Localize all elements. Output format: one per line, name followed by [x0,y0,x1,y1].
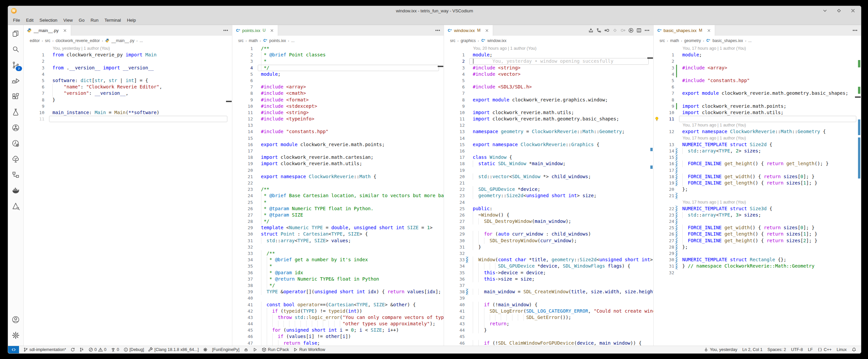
code-line[interactable]: 10import clockwork_reverie.math.utils; [444,109,653,116]
code-line[interactable]: 14 [444,135,653,141]
status-problems[interactable]: 00 [89,347,106,352]
line-number[interactable]: 39 [232,289,253,295]
activity-item-git-graph[interactable] [10,123,21,133]
line-number[interactable]: 15 [232,135,253,141]
status-run-cpack[interactable]: Run CPack [262,347,289,352]
line-number[interactable]: 8 [444,97,465,103]
code-line[interactable]: 5 [444,77,653,84]
line-number[interactable]: 16 [444,148,465,154]
line-number[interactable]: 31 [232,237,253,244]
line-number[interactable]: 4 [232,65,253,71]
line-number[interactable]: 34 [444,263,465,269]
code-line[interactable]: 43 return; [444,321,653,327]
code-line[interactable]: 8#include <cmath> [232,90,444,96]
code-line[interactable]: 28}; [654,244,861,250]
code-line[interactable]: 5#include "constants.hpp" [654,77,861,84]
code-line[interactable]: 18import clockwork_reverie.math.cartesia… [232,154,444,161]
code-line[interactable]: 18 static SDL_Window *main_window; [444,161,653,167]
line-number[interactable]: 1 [444,52,465,58]
line-number[interactable]: 14 [232,128,253,135]
code-line[interactable]: 9 [24,103,232,109]
code-line[interactable]: 9import clockwork_reverie.math.points; [654,103,861,109]
status-cmake-kit[interactable]: [Clang 18.1.8 x86_64...] [148,347,199,352]
code-line[interactable]: 13namespace geometry = ClockworkReverie:… [444,128,653,135]
line-number[interactable]: 12 [232,116,253,122]
line-number[interactable]: 32 [654,269,674,276]
code-line[interactable]: 5module; [232,71,444,77]
code-line[interactable]: 31 } [444,244,653,250]
code-line[interactable]: 1from clockwork_reverie_py import Main [24,52,232,58]
code-line[interactable]: 35 this->device = device; [444,269,653,276]
code-line[interactable]: 6 [654,84,861,90]
code-line[interactable]: 43 throw std::logic_error("You can only … [232,314,444,321]
code-line[interactable]: 44 "other types use approximately"); [232,321,444,327]
code-line[interactable]: 22 [232,180,444,186]
code-line[interactable]: 20}; [654,186,861,193]
breadcrumb-item[interactable]: src [238,38,244,43]
status-debug-config[interactable]: [Debug] [124,347,144,352]
code-line[interactable]: 11 [654,116,861,122]
more-actions-icon[interactable] [223,28,229,33]
line-number[interactable]: 26 [654,231,674,237]
code-line[interactable]: 18 FORCE_INLINE get_width() { return siz… [654,173,861,180]
code-line[interactable]: 24 * @brief Base Cartesian location, sim… [232,193,444,199]
line-number[interactable]: 13 [232,122,253,128]
code-line[interactable]: 28 */ [232,218,444,225]
code-line[interactable]: 1module; [654,52,861,58]
line-number[interactable]: 23 [232,186,253,193]
code-line[interactable]: 10main_instance: Main = Main(**software) [24,109,232,116]
breadcrumb-item[interactable]: basic_shapes.ixx [712,38,743,43]
lightbulb-icon[interactable] [654,117,659,122]
line-number[interactable]: 25 [654,225,674,231]
code-line[interactable]: 16 FORCE_INLINE get_height() { return ge… [654,161,861,167]
line-number[interactable]: 41 [232,302,253,308]
activity-item-gitlens[interactable] [10,138,21,149]
line-number[interactable]: 22 [232,180,253,186]
code-line[interactable]: 42 SDL_GetError()); [444,314,653,321]
code-line[interactable]: 16export module clockwork_reverie.math.p… [232,141,444,148]
code-line[interactable]: 14 std::array<TYPE, 2> sizes; [654,148,861,154]
code-line[interactable]: 25public: [444,205,653,212]
breadcrumb-item[interactable]: ... [140,38,143,43]
line-number[interactable]: 21 [232,173,253,180]
code-line[interactable]: 13 [232,122,444,128]
line-number[interactable]: 31 [444,244,465,250]
line-number[interactable]: 13 [444,128,465,135]
code-line[interactable]: 11#include <string> [232,109,444,116]
line-number[interactable]: 29 [654,250,674,257]
line-number[interactable]: 13 [654,141,674,148]
code-line[interactable]: 20 [232,167,444,173]
activity-item-hierarchy[interactable] [10,169,21,180]
line-number[interactable]: 6 [24,84,44,90]
code-line[interactable]: 38 */ [232,282,444,289]
line-number[interactable]: 28 [654,244,674,250]
line-number[interactable]: 24 [232,193,253,199]
code-line[interactable]: 23 std::array<TYPE, 3> sizes; [654,212,861,218]
code-line[interactable]: 2 [654,58,861,64]
open-changes-icon[interactable] [596,28,602,33]
activity-item-testing[interactable] [10,107,21,118]
line-number[interactable]: 41 [444,308,465,314]
stage-changes-icon[interactable] [588,28,594,33]
code-line[interactable]: 12 [444,122,653,128]
run-file-icon[interactable] [628,28,634,33]
code-line[interactable]: 24 [444,199,653,205]
status-platform[interactable]: Linux [837,347,847,352]
line-number[interactable]: 36 [444,276,465,282]
code-line[interactable]: 41 const bool operator==(Cartesian<TYPE,… [232,302,444,308]
code-line[interactable]: 3from .__version__ import __version__ [24,65,232,71]
code-line[interactable]: 44 } [444,327,653,333]
line-number[interactable]: 30 [444,237,465,244]
code-line[interactable]: 19 [444,167,653,173]
code-line[interactable]: 40 [232,295,444,301]
menu-go[interactable]: Go [76,17,88,24]
line-number[interactable]: 1 [654,52,674,58]
code-line[interactable]: 5software: dict[str, str | int] = { [24,77,232,84]
code-line[interactable]: 15 [232,135,444,141]
code-line[interactable]: 21export namespace ClockworkReverie::Mat… [232,173,444,180]
line-number[interactable]: 4 [24,71,44,77]
status-build-gear[interactable] [203,347,208,352]
line-number[interactable]: 31 [654,263,674,269]
code-line[interactable]: 2 You, yesterday • window opening succes… [444,58,653,64]
line-number[interactable]: 24 [444,199,465,205]
